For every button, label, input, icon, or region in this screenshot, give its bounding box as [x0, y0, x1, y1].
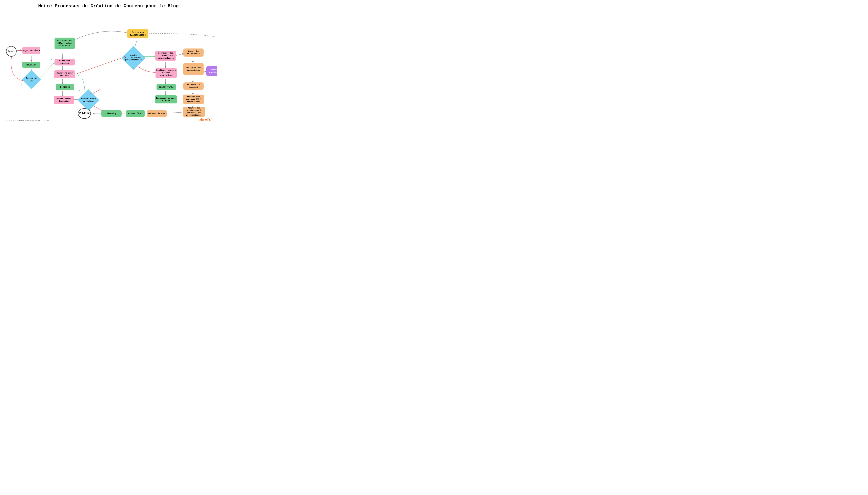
footer-url: © ⓘ https://ahrefs.com/blog/content-crea…: [6, 119, 50, 122]
node-publier: Publier: [78, 108, 91, 119]
node-uploader-post: Uploader le post: [147, 110, 167, 117]
node-examen-final2: Examen final: [126, 110, 145, 117]
node-ecrire-brouillon: Écrire/éditer Brouillon: [54, 96, 74, 104]
node-ajouter-annotations: Ajouter des annotations + illustrations …: [183, 107, 205, 117]
footer-brand: ahrefs: [199, 118, 211, 122]
node-examen-final1: Examen final: [157, 84, 176, 90]
svg-line-27: [176, 53, 184, 55]
cross-icon-besoins: ✗: [132, 67, 134, 70]
node-soumettre-revision: Soumettre pour révision: [54, 70, 75, 79]
node-nommer-screenshots: Nommer les screenshots: [183, 49, 203, 56]
cross-icon-besoins2: ✗: [124, 55, 125, 58]
cross-icon-besoin: ✗: [90, 92, 91, 95]
node-attribuer-illustration: Attribuer une illustration d'en-tête: [55, 38, 75, 49]
svg-line-9: [92, 105, 103, 111]
svg-line-3: [39, 63, 55, 79]
check-icon-besoin-yes: ✔: [79, 89, 81, 92]
node-expliquer-mise-en-page: Expliquer la mise en page: [155, 96, 177, 103]
node-creer-esquisse: Créer une esquisse: [55, 58, 75, 66]
node-attribuer-annotations: Attribuer des annotations: [183, 63, 203, 75]
page: Notre Processus de Création de Contenu p…: [0, 0, 217, 124]
node-planning: Planning: [101, 110, 122, 117]
node-formater-document: Formater le document: [183, 82, 203, 90]
node-est-ce-go: Est-ce un Go?: [22, 70, 41, 89]
svg-line-10: [92, 89, 101, 94]
svg-line-17: [77, 56, 126, 74]
node-attribuer-illus-perso: Attribuer des illustrations personnalisé…: [155, 51, 176, 61]
node-revision2: Révision: [56, 84, 74, 90]
check-icon-attribuer: ✔: [51, 57, 53, 61]
node-revision1: Révision: [22, 62, 40, 68]
page-title: Notre Processus de Création de Contenu p…: [0, 0, 217, 9]
node-debut: Début: [6, 46, 17, 56]
node-expliquer-capture: Expliquer capture d'écran annotations: [156, 68, 177, 78]
node-sujet-pitch: Sujet de pitch: [22, 47, 40, 54]
node-besoin-revision: Besoin d'une révision?: [77, 89, 99, 111]
node-faires-illustrations: Faires des illustrations: [127, 29, 148, 38]
cross-icon-go: ✗: [21, 82, 22, 86]
node-rediger-annonces: Rédiger des annonces FB + balises méta: [183, 95, 204, 104]
node-faire-annotations: Faire des annotations: [207, 66, 217, 76]
check-icon-besoins: ✔: [143, 55, 144, 58]
